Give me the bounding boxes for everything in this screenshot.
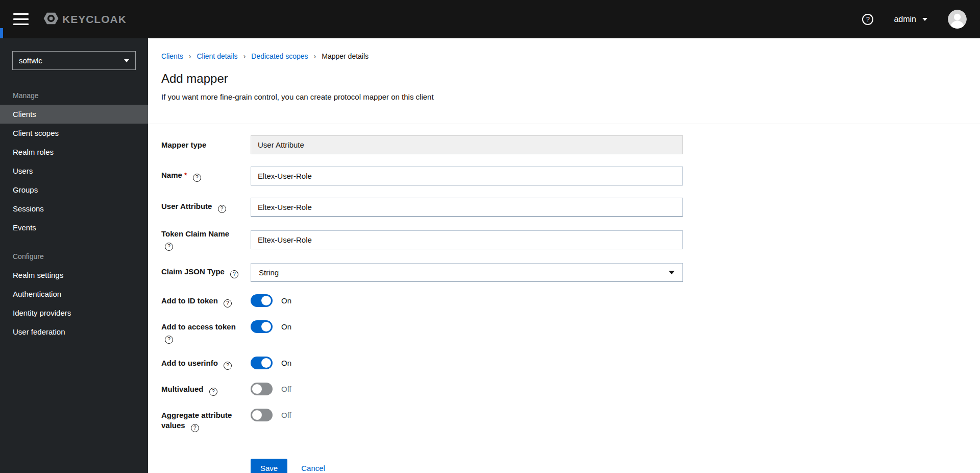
sidebar-item-users[interactable]: Users	[0, 161, 148, 180]
breadcrumb-dedicated-scopes[interactable]: Dedicated scopes	[251, 52, 308, 60]
switch-wrap: Off	[251, 409, 683, 421]
help-icon[interactable]: ?	[165, 336, 173, 344]
token-claim-name-input[interactable]	[251, 230, 683, 249]
help-icon[interactable]: ?	[209, 388, 217, 396]
page-header: Clients › Client details › Dedicated sco…	[148, 38, 980, 124]
nav-group-title: Configure	[0, 252, 148, 261]
user-dropdown[interactable]: admin	[894, 15, 927, 24]
mapper-form: Mapper type Name* ? User Attribute ? Tok…	[148, 124, 980, 473]
sidebar-item-realm-settings[interactable]: Realm settings	[0, 266, 148, 285]
sidebar-item-clients[interactable]: Clients	[0, 105, 148, 124]
token-claim-name-label: Token Claim Name ?	[161, 229, 251, 251]
breadcrumb-current: Mapper details	[322, 52, 369, 60]
field-label-text: Add to ID token	[161, 296, 218, 305]
field-label-text: Add to access token	[161, 322, 236, 331]
toggle-state-label: On	[281, 357, 291, 369]
help-icon[interactable]: ?	[165, 243, 173, 251]
select-value: String	[259, 268, 279, 277]
claim-json-type-label: Claim JSON Type ?	[161, 267, 251, 278]
sidebar-item-identity-providers[interactable]: Identity providers	[0, 303, 148, 322]
switch-wrap: Off	[251, 383, 683, 395]
toggle-state-label: On	[281, 294, 291, 307]
help-icon[interactable]: ?	[218, 205, 226, 213]
nav-group-configure: Configure Realm settings Authentication …	[0, 252, 148, 341]
switch-wrap: On	[251, 357, 683, 369]
multivalued-row: Multivalued ? Off	[161, 383, 980, 396]
chevron-down-icon	[124, 59, 129, 62]
field-label-text: Claim JSON Type	[161, 267, 225, 276]
help-icon[interactable]: ?	[862, 14, 873, 25]
nav-list: Realm settings Authentication Identity p…	[0, 266, 148, 341]
nav-group-manage: Manage Clients Client scopes Realm roles…	[0, 91, 148, 237]
breadcrumb-client-details[interactable]: Client details	[197, 52, 237, 60]
sidebar-item-authentication[interactable]: Authentication	[0, 285, 148, 303]
breadcrumb-separator-icon: ›	[243, 52, 246, 60]
mapper-type-input	[251, 135, 683, 154]
nav-list: Clients Client scopes Realm roles Users …	[0, 105, 148, 237]
toggle-state-label: Off	[281, 409, 291, 421]
save-button[interactable]: Save	[251, 459, 287, 473]
help-icon[interactable]: ?	[191, 424, 199, 432]
breadcrumb-clients[interactable]: Clients	[161, 52, 183, 60]
keycloak-logo: KEYCLOAK	[43, 10, 127, 29]
help-icon[interactable]: ?	[224, 299, 232, 308]
toggle-state-label: Off	[281, 383, 291, 395]
realm-selector[interactable]: softwlc	[12, 51, 136, 70]
sidebar: softwlc Manage Clients Client scopes Rea…	[0, 38, 148, 473]
realm-selector-label: softwlc	[19, 56, 42, 65]
add-to-id-token-toggle[interactable]	[251, 294, 273, 307]
page-title: Add mapper	[161, 72, 965, 86]
sidebar-item-realm-roles[interactable]: Realm roles	[0, 143, 148, 161]
sidebar-item-groups[interactable]: Groups	[0, 180, 148, 199]
keycloak-logo-icon	[43, 10, 59, 29]
multivalued-toggle[interactable]	[251, 383, 273, 395]
cancel-button[interactable]: Cancel	[301, 464, 325, 472]
help-icon[interactable]: ?	[230, 270, 238, 278]
username: admin	[894, 15, 916, 24]
field-label-text: Add to userinfo	[161, 359, 218, 367]
field-label-text: Token Claim Name	[161, 229, 229, 238]
field-label-text: Name	[161, 171, 182, 179]
claim-json-type-row: Claim JSON Type ? String	[161, 263, 980, 282]
switch-wrap: On	[251, 320, 683, 333]
page-description: If you want more fine-grain control, you…	[161, 92, 965, 101]
breadcrumb: Clients › Client details › Dedicated sco…	[161, 52, 965, 60]
masthead-accent	[0, 28, 3, 38]
name-input[interactable]	[251, 167, 683, 185]
add-to-access-token-row: Add to access token ? On	[161, 320, 980, 344]
sidebar-item-events[interactable]: Events	[0, 218, 148, 237]
token-claim-name-row: Token Claim Name ?	[161, 229, 980, 251]
menu-toggle-icon[interactable]	[13, 13, 29, 25]
add-to-access-token-toggle[interactable]	[251, 320, 273, 333]
switch-wrap: On	[251, 294, 683, 307]
form-actions: Save Cancel	[251, 459, 683, 473]
mapper-type-row: Mapper type	[161, 135, 980, 154]
claim-json-type-select[interactable]: String	[251, 263, 683, 282]
required-indicator: *	[184, 171, 187, 179]
sidebar-item-user-federation[interactable]: User federation	[0, 322, 148, 341]
help-icon[interactable]: ?	[193, 174, 201, 182]
sidebar-item-client-scopes[interactable]: Client scopes	[0, 124, 148, 143]
masthead: KEYCLOAK ? admin	[0, 0, 980, 38]
brand-text: KEYCLOAK	[62, 13, 127, 26]
sidebar-item-sessions[interactable]: Sessions	[0, 199, 148, 218]
user-attribute-row: User Attribute ?	[161, 198, 980, 217]
user-attribute-input[interactable]	[251, 198, 683, 217]
multivalued-label: Multivalued ?	[161, 383, 251, 396]
add-to-userinfo-row: Add to userinfo ? On	[161, 357, 980, 370]
add-to-userinfo-toggle[interactable]	[251, 357, 273, 369]
nav-group-title: Manage	[0, 91, 148, 100]
add-to-userinfo-label: Add to userinfo ?	[161, 357, 251, 370]
avatar[interactable]	[948, 10, 967, 29]
masthead-tools: ? admin	[862, 10, 967, 29]
toggle-state-label: On	[281, 320, 291, 333]
aggregate-attribute-values-toggle[interactable]	[251, 409, 273, 421]
field-label-text: Mapper type	[161, 140, 206, 149]
main-content: Clients › Client details › Dedicated sco…	[148, 0, 980, 473]
user-attribute-label: User Attribute ?	[161, 201, 251, 213]
name-row: Name* ?	[161, 167, 980, 185]
help-icon[interactable]: ?	[224, 362, 232, 370]
breadcrumb-separator-icon: ›	[189, 52, 191, 60]
field-label-text: User Attribute	[161, 202, 212, 210]
form-actions-row: Save Cancel	[161, 459, 980, 473]
